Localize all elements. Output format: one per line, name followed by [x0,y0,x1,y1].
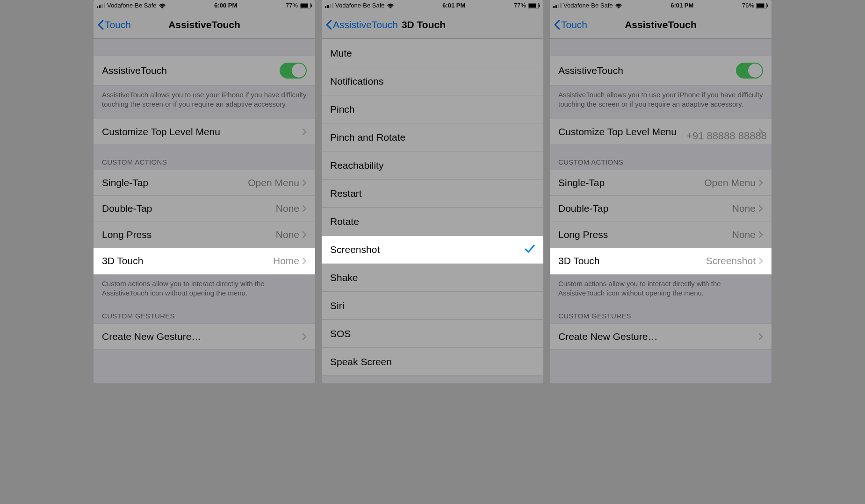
nav-bar: Touch AssistiveTouch [94,11,315,39]
svg-rect-9 [330,4,331,8]
watermark-text: +91 88888 88888 [686,130,767,142]
chevron-right-icon [758,179,763,187]
3d-touch-row[interactable]: 3D Touch Home [94,248,315,274]
3d-touch-label: 3D Touch [102,255,273,266]
double-tap-row[interactable]: Double-Tap None [94,196,315,222]
wifi-icon [387,3,394,8]
svg-rect-14 [553,6,555,8]
3d-touch-value: Home [273,255,299,266]
status-bar: Vodafone-Be Safe 6:00 PM 77% [94,0,315,11]
svg-rect-10 [332,3,333,8]
svg-rect-16 [558,4,559,8]
battery-percent-label: 76% [742,2,754,9]
single-tap-value: Open Menu [704,177,756,188]
single-tap-row[interactable]: Single-Tap Open Menu [94,170,315,196]
signal-icon [97,3,105,8]
back-label: Touch [105,19,131,30]
double-tap-row[interactable]: Double-Tap None [550,196,771,222]
double-tap-label: Double-Tap [558,203,732,214]
back-button[interactable]: Touch [554,19,587,30]
toggle-switch[interactable] [280,63,307,79]
chevron-right-icon [302,257,307,265]
battery-percent-label: 77% [286,2,298,9]
option-reachability[interactable]: Reachability [322,151,543,180]
create-new-gesture-row[interactable]: Create New Gesture… [94,324,315,350]
back-label: AssistiveTouch [333,19,398,30]
option-label: Shake [330,272,535,283]
long-press-row[interactable]: Long Press None [550,222,771,248]
option-screenshot[interactable]: Screenshot [322,236,543,264]
custom-actions-header: CUSTOM ACTIONS [94,145,315,170]
svg-rect-1 [99,5,101,8]
chevron-right-icon [758,231,763,238]
assistivetouch-toggle-row[interactable]: AssistiveTouch [94,56,315,86]
single-tap-label: Single-Tap [102,177,248,188]
option-mute[interactable]: Mute [322,39,543,67]
option-rotate[interactable]: Rotate [322,208,543,236]
nav-bar: AssistiveTouch 3D Touch [322,11,543,39]
battery-icon [528,3,540,8]
create-gesture-label: Create New Gesture… [558,331,758,342]
create-new-gesture-row[interactable]: Create New Gesture… [550,324,771,350]
back-button[interactable]: Touch [97,19,131,30]
battery-icon [756,3,768,8]
svg-rect-3 [104,3,105,8]
clock-label: 6:00 PM [214,2,237,9]
screen-2-3d-touch-options: Vodafone-Be Safe 6:01 PM 77% AssistiveTo… [322,0,543,383]
svg-rect-12 [528,3,536,7]
action-options-list: Mute Notifications Pinch Pinch and Rotat… [322,39,543,376]
option-shake[interactable]: Shake [322,264,543,292]
svg-rect-6 [311,4,312,7]
chevron-right-icon [758,333,763,340]
3d-touch-row[interactable]: 3D Touch Screenshot [550,248,771,274]
option-pinch-rotate[interactable]: Pinch and Rotate [322,123,543,151]
custom-gestures-header: CUSTOM GESTURES [550,307,771,324]
create-gesture-label: Create New Gesture… [102,331,302,342]
carrier-label: Vodafone-Be Safe [107,2,157,9]
option-siri[interactable]: Siri [322,292,543,320]
option-label: Mute [330,48,535,59]
assistivetouch-toggle-row[interactable]: AssistiveTouch [550,56,771,86]
svg-rect-7 [325,6,326,8]
option-notifications[interactable]: Notifications [322,67,543,95]
long-press-row[interactable]: Long Press None [94,222,315,248]
option-label: Rotate [330,216,535,227]
double-tap-value: None [276,203,299,214]
customize-top-level-menu-row[interactable]: Customize Top Level Menu [94,119,315,145]
option-label: SOS [330,328,535,339]
custom-actions-header: CUSTOM ACTIONS [550,145,771,170]
option-pinch[interactable]: Pinch [322,95,543,123]
wifi-icon [615,3,622,8]
svg-rect-8 [327,5,329,8]
double-tap-value: None [732,203,756,214]
svg-rect-17 [560,3,562,8]
option-restart[interactable]: Restart [322,180,543,208]
wifi-icon [159,3,166,8]
chevron-right-icon [758,257,763,265]
page-title: 3D Touch [402,19,446,30]
back-button[interactable]: AssistiveTouch [325,19,398,30]
option-label: Screenshot [330,244,525,255]
option-sos[interactable]: SOS [322,320,543,348]
clock-label: 6:01 PM [670,2,693,9]
nav-bar: Touch AssistiveTouch [550,11,771,39]
svg-rect-13 [539,4,540,7]
screen-1-assistivetouch: Vodafone-Be Safe 6:00 PM 77% Touch Assis… [94,0,315,383]
svg-rect-19 [757,3,764,7]
toggle-label: AssistiveTouch [558,65,736,76]
single-tap-row[interactable]: Single-Tap Open Menu [550,170,771,196]
option-label: Restart [330,188,535,199]
chevron-left-icon [97,20,104,30]
chevron-left-icon [325,20,332,30]
custom-actions-footer: Custom actions allow you to interact dir… [94,274,315,308]
chevron-right-icon [302,128,307,136]
screen-3-assistivetouch: Vodafone-Be Safe 6:01 PM 76% Touch Assis… [550,0,771,383]
battery-icon [300,3,312,8]
option-speak-screen[interactable]: Speak Screen [322,348,543,376]
carrier-label: Vodafone-Be Safe [335,2,385,9]
svg-rect-15 [555,5,557,8]
single-tap-value: Open Menu [248,177,299,188]
option-label: Speak Screen [330,356,535,367]
toggle-switch[interactable] [736,63,763,79]
option-label: Notifications [330,76,535,87]
